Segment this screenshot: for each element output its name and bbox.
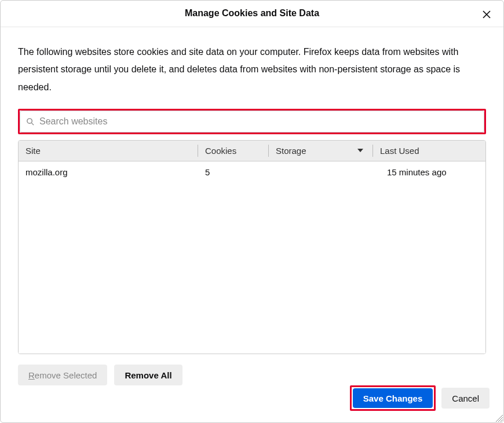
remove-actions: Remove Selected Remove All	[18, 365, 486, 385]
dialog-header: Manage Cookies and Site Data	[1, 1, 503, 27]
col-header-lastused[interactable]: Last Used	[373, 141, 485, 161]
remove-selected-button[interactable]: Remove Selected	[18, 365, 107, 385]
search-icon	[26, 117, 35, 126]
remove-all-button[interactable]: Remove All	[114, 365, 182, 385]
dialog-body: The following websites store cookies and…	[1, 27, 503, 385]
col-header-storage[interactable]: Storage	[269, 141, 373, 161]
search-field-container[interactable]	[20, 111, 484, 133]
col-header-lastused-label: Last Used	[380, 146, 419, 156]
svg-point-2	[27, 118, 32, 123]
table-body: mozilla.org 5 15 minutes ago	[19, 161, 485, 354]
close-icon	[482, 10, 491, 21]
description-text: The following websites store cookies and…	[18, 43, 486, 96]
cell-site: mozilla.org	[19, 167, 198, 177]
svg-marker-4	[357, 149, 363, 152]
remove-selected-label: emove Selected	[35, 370, 97, 380]
search-input[interactable]	[39, 111, 478, 132]
close-button[interactable]	[480, 9, 493, 21]
save-changes-button[interactable]: Save Changes	[353, 388, 433, 408]
dialog-footer: Save Changes Cancel	[1, 385, 503, 422]
sites-table: Site Cookies Storage Last Used mozilla.	[18, 140, 486, 354]
svg-line-3	[31, 123, 34, 125]
search-highlight	[18, 109, 486, 134]
table-row[interactable]: mozilla.org 5 15 minutes ago	[19, 161, 485, 182]
chevron-down-icon	[357, 146, 364, 156]
col-header-site[interactable]: Site	[19, 141, 198, 161]
dialog-title: Manage Cookies and Site Data	[185, 8, 319, 19]
cell-lastused: 15 minutes ago	[373, 167, 485, 177]
col-header-storage-label: Storage	[276, 146, 306, 156]
col-header-cookies[interactable]: Cookies	[198, 141, 269, 161]
table-header-row: Site Cookies Storage Last Used	[19, 141, 485, 161]
col-header-cookies-label: Cookies	[205, 146, 236, 156]
save-highlight: Save Changes	[350, 385, 436, 411]
cookies-dialog: Manage Cookies and Site Data The followi…	[0, 0, 504, 423]
cancel-button[interactable]: Cancel	[441, 388, 490, 409]
col-header-site-label: Site	[25, 146, 41, 156]
remove-all-label: emove All	[131, 370, 171, 380]
cell-cookies: 5	[198, 167, 269, 177]
